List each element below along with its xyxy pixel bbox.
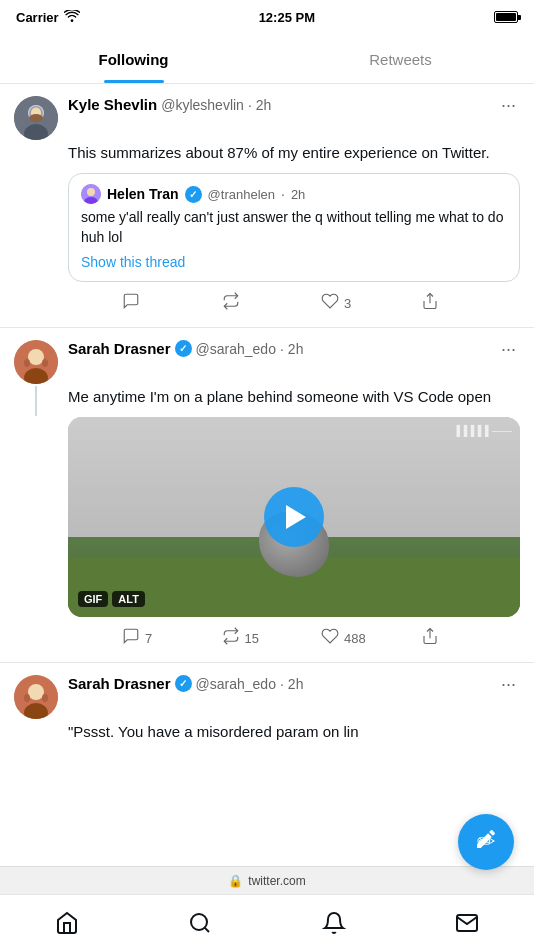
avatar-kyle: [14, 96, 58, 140]
quote-time: 2h: [291, 187, 305, 202]
nav-search[interactable]: [134, 911, 268, 935]
svg-point-7: [87, 188, 95, 196]
share-icon: [421, 292, 439, 315]
compose-icon: ✏: [474, 827, 498, 857]
heart-icon-sarah1: [321, 627, 339, 650]
tweet-sarah-2: Sarah Drasner ✓ @sarah_edo · 2h ··· "Pss…: [0, 663, 534, 743]
video-container[interactable]: GIF ALT ▌▌▌▌▌——: [68, 417, 520, 617]
tweet-header-sarah2: Sarah Drasner ✓ @sarah_edo · 2h ···: [14, 675, 520, 719]
tab-retweets[interactable]: Retweets: [267, 32, 534, 83]
svg-point-15: [42, 359, 48, 367]
nav-messages[interactable]: [401, 911, 535, 935]
tweet-meta-kyle: Kyle Shevlin @kyleshevlin · 2h ···: [68, 96, 520, 114]
author-row-sarah1: Sarah Drasner ✓ @sarah_edo · 2h: [68, 340, 303, 357]
retweet-count-sarah1: 15: [245, 631, 259, 646]
gif-badge: GIF: [78, 591, 108, 607]
tweet-header-kyle: Kyle Shevlin @kyleshevlin · 2h ···: [14, 96, 520, 140]
nav-notifications[interactable]: [267, 911, 401, 935]
quote-text: some y'all really can't just answer the …: [81, 208, 507, 247]
tweet-header-sarah1: Sarah Drasner ✓ @sarah_edo · 2h ···: [14, 340, 520, 384]
quote-tweet[interactable]: Helen Tran ✓ @tranhelen · 2h some y'all …: [68, 173, 520, 282]
tweet-text-sarah2: "Pssst. You have a misordered param on l…: [68, 721, 520, 742]
author-handle-sarah1: @sarah_edo: [196, 341, 276, 357]
retweet-icon: [222, 292, 240, 315]
video-overlay-text: ▌▌▌▌▌——: [457, 425, 512, 436]
author-handle-sarah2: @sarah_edo: [196, 676, 276, 692]
tweet-time-sarah2: 2h: [288, 676, 304, 692]
author-row-sarah2: Sarah Drasner ✓ @sarah_edo · 2h: [68, 675, 303, 692]
tweet-text-kyle: This summarizes about 87% of my entire e…: [68, 142, 520, 163]
battery-area: [494, 11, 518, 23]
video-play-button[interactable]: [264, 487, 324, 547]
svg-line-24: [205, 927, 209, 931]
carrier-label: Carrier: [16, 10, 59, 25]
like-action-kyle[interactable]: 3: [321, 292, 421, 315]
show-thread-link[interactable]: Show this thread: [81, 254, 185, 270]
like-count-kyle: 3: [344, 296, 351, 311]
tweet-meta-sarah1: Sarah Drasner ✓ @sarah_edo · 2h ···: [68, 340, 520, 358]
tweet-time-kyle: 2h: [256, 97, 272, 113]
svg-point-20: [31, 687, 41, 698]
svg-point-5: [29, 114, 43, 122]
alt-badge: ALT: [112, 591, 145, 607]
url-text: twitter.com: [248, 874, 305, 888]
author-name-sarah2: Sarah Drasner: [68, 675, 171, 692]
retweet-action-sarah1[interactable]: 15: [222, 627, 322, 650]
reply-icon: [122, 292, 140, 315]
more-button-sarah2[interactable]: ···: [497, 675, 520, 693]
svg-point-23: [191, 914, 207, 930]
svg-point-21: [24, 694, 30, 702]
share-icon-sarah1: [421, 627, 439, 650]
reply-action-sarah1[interactable]: 7: [122, 627, 222, 650]
quote-verified-badge: ✓: [185, 186, 202, 203]
share-action-sarah1[interactable]: [421, 627, 521, 650]
more-button-sarah1[interactable]: ···: [497, 340, 520, 358]
tab-bar: Following Retweets: [0, 32, 534, 84]
url-bar: 🔒 twitter.com: [0, 866, 534, 894]
carrier-wifi: Carrier: [16, 10, 80, 25]
quote-header: Helen Tran ✓ @tranhelen · 2h: [81, 184, 507, 204]
verified-badge-sarah1: ✓: [175, 340, 192, 357]
lock-icon: 🔒: [228, 874, 243, 888]
dot-kyle: ·: [248, 97, 252, 113]
compose-fab[interactable]: ✏: [458, 814, 514, 870]
nav-home[interactable]: [0, 911, 134, 935]
avatar-helen: [81, 184, 101, 204]
reply-icon-sarah1: [122, 627, 140, 650]
feed: Kyle Shevlin @kyleshevlin · 2h ··· This …: [0, 84, 534, 883]
tweet-time-sarah1: 2h: [288, 341, 304, 357]
author-name-sarah1: Sarah Drasner: [68, 340, 171, 357]
like-count-sarah1: 488: [344, 631, 366, 646]
time-display: 12:25 PM: [259, 10, 315, 25]
author-handle-kyle: @kyleshevlin: [161, 97, 244, 113]
verified-badge-sarah2: ✓: [175, 675, 192, 692]
svg-point-14: [24, 359, 30, 367]
quote-author-handle: @tranhelen: [208, 187, 275, 202]
thread-line: [35, 386, 37, 416]
retweet-action-kyle[interactable]: [222, 292, 322, 315]
tweet-meta-sarah2: Sarah Drasner ✓ @sarah_edo · 2h ···: [68, 675, 520, 693]
video-badges: GIF ALT: [78, 591, 145, 607]
author-name-kyle: Kyle Shevlin: [68, 96, 157, 113]
more-button-kyle[interactable]: ···: [497, 96, 520, 114]
author-row-kyle: Kyle Shevlin @kyleshevlin · 2h: [68, 96, 271, 113]
avatar-sarah-2: [14, 675, 58, 719]
action-bar-sarah1: 7 15: [122, 627, 520, 650]
like-action-sarah1[interactable]: 488: [321, 627, 421, 650]
tweet-body-kyle: This summarizes about 87% of my entire e…: [68, 142, 520, 315]
share-action-kyle[interactable]: [421, 292, 521, 315]
tweet-sarah-1: Sarah Drasner ✓ @sarah_edo · 2h ··· Me a…: [0, 328, 534, 663]
svg-point-22: [42, 694, 48, 702]
tweet-body-sarah1: Me anytime I'm on a plane behind someone…: [68, 386, 520, 650]
status-bar: Carrier 12:25 PM: [0, 0, 534, 32]
svg-point-13: [31, 352, 41, 363]
tweet-body-sarah2: "Pssst. You have a misordered param on l…: [68, 721, 520, 742]
tweet-kyle: Kyle Shevlin @kyleshevlin · 2h ··· This …: [0, 84, 534, 328]
bottom-nav: [0, 894, 534, 950]
reply-action-kyle[interactable]: [122, 292, 222, 315]
tweet-text-sarah1: Me anytime I'm on a plane behind someone…: [68, 386, 520, 407]
reply-count-sarah1: 7: [145, 631, 152, 646]
retweet-icon-sarah1: [222, 627, 240, 650]
avatar-sarah: [14, 340, 58, 384]
tab-following[interactable]: Following: [0, 32, 267, 83]
